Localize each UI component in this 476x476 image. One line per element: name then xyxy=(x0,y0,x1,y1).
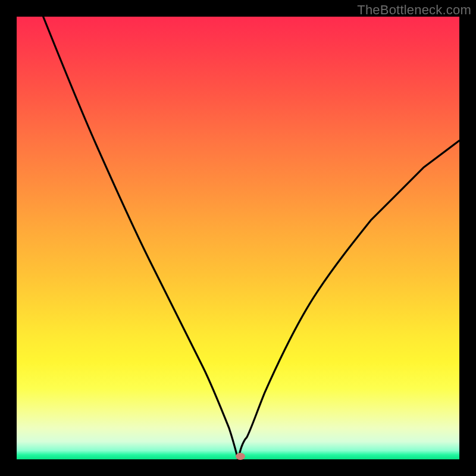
chart-container: TheBottleneck.com xyxy=(0,0,476,476)
minimum-marker xyxy=(236,453,245,460)
curve-svg xyxy=(17,17,459,459)
bottleneck-curve xyxy=(43,17,459,459)
watermark-text: TheBottleneck.com xyxy=(357,2,471,18)
plot-area xyxy=(17,17,459,459)
